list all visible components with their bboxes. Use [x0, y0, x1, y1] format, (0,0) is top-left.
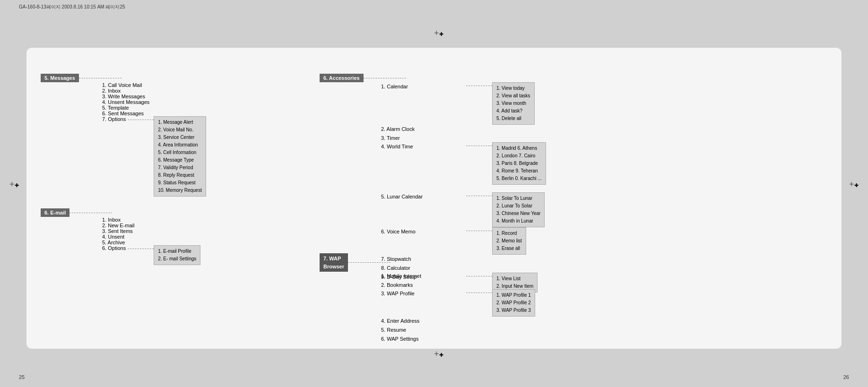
email-options-sub-section: 1. E-mail Profile 2. E- mail Settings — [128, 245, 200, 265]
wap-label: 7. WAPBrowser — [320, 253, 348, 272]
lunar-submenu: 1. Solar To Lunar 2. Lunar To Solar 3. C… — [492, 192, 545, 227]
list-item: 4. Rome 9. Teheran — [496, 167, 542, 175]
wap-profile-sub-section: 1. WAP Profile 1 2. WAP Profile 2 3. WAP… — [466, 289, 535, 317]
list-item: 3. View month — [496, 100, 530, 107]
list-item: 3. Chinese New Year — [496, 210, 540, 217]
list-item: 1. WAP Profile 1 — [496, 292, 531, 299]
list-item: 1. E-mail Profile — [158, 248, 196, 255]
worldtime-item: 4. World Time — [381, 142, 466, 151]
calendar-row: 1. Calendar 1. View today 2. View all ta… — [381, 82, 546, 125]
list-item: 4. Unsent — [102, 234, 200, 240]
list-item: 3. Erase all — [496, 245, 522, 252]
accessories-header-row: 6. Accessories — [320, 74, 546, 82]
list-item: 2. Inbox — [102, 88, 206, 94]
worldtime-connector — [466, 146, 492, 146]
messages-header-row: 5. Messages — [41, 74, 206, 82]
list-item: 7. Validity Period — [158, 164, 202, 172]
list-item: 2. Bookmarks — [381, 281, 535, 290]
calendar-item: 1. Calendar — [381, 82, 466, 91]
header-text: GA-160-8-13페이지 2003.8.16 10:15 AM 페이지25 — [19, 4, 125, 9]
list-item: 2. E- mail Settings — [158, 255, 196, 263]
list-item: 6. Sent Messages — [102, 111, 206, 116]
list-item: 4. Enter Address — [381, 317, 535, 326]
list-item: 4. Month in Lunar — [496, 217, 540, 225]
crosshair-right: ✚ — [849, 180, 859, 189]
voicememo-item: 6. Voice Memo — [381, 227, 466, 236]
page-number-left: 25 — [19, 374, 25, 380]
worldtime-submenu: 1. Madrid 6. Athens 2. London 7. Cairo 3… — [492, 142, 546, 185]
list-item: 2. WAP Profile 2 — [496, 299, 531, 307]
wap-profile-row: 3. WAP Profile 1. WAP Profile 1 2. WAP P… — [381, 289, 535, 317]
lunar-item: 5. Lunar Calendar — [381, 192, 466, 201]
list-item: 2. Lunar To Solar — [496, 202, 540, 210]
list-item: 1. View today — [496, 85, 530, 92]
wap-body: 1. Mobile Internet 2. Bookmarks 3. WAP P… — [320, 272, 535, 343]
options-row: 7. Options 1. Message Alert 2. Voice Mai… — [102, 116, 206, 197]
accessories-connector — [364, 78, 406, 78]
wap-header-row: 7. WAPBrowser — [320, 253, 535, 272]
wap-profile-connector — [466, 292, 492, 293]
voicememo-sub-section: 1. Record 2. Memo list 3. Erase all — [466, 227, 526, 255]
list-item: 5. Berlin 0. Karachi ... — [496, 175, 542, 182]
list-item: 5. Cell Information — [158, 149, 202, 156]
calendar-connector — [466, 86, 492, 86]
voicememo-submenu: 1. Record 2. Memo list 3. Erase all — [492, 227, 526, 255]
list-item: 3. Paris 8. Belgrade — [496, 160, 542, 167]
crosshair-bottom: ✚ — [434, 349, 443, 359]
wap-items: 1. Mobile Internet 2. Bookmarks 3. WAP P… — [381, 272, 535, 343]
email-options-item: 6. Options — [102, 245, 126, 251]
email-header-row: 6. E-mail — [41, 208, 200, 217]
messages-label: 5. Messages — [41, 74, 79, 82]
list-item: 2. New E-mail — [102, 223, 200, 228]
lunar-connector — [466, 196, 492, 196]
list-item: 2. London 7. Cairo — [496, 152, 542, 160]
options-connector — [128, 120, 154, 120]
list-item: 9. Status Request — [158, 179, 202, 187]
email-options-row: 6. Options 1. E-mail Profile 2. E- mail … — [102, 245, 200, 265]
email-options-connector — [128, 249, 154, 249]
messages-section: 5. Messages 1. Call Voice Mail 2. Inbox … — [41, 74, 206, 197]
wap-section: 7. WAPBrowser 1. Mobile Internet 2. Book… — [320, 253, 535, 343]
list-item: 5. Template — [102, 105, 206, 111]
wap-profile-submenu: 1. WAP Profile 1 2. WAP Profile 2 3. WAP… — [492, 289, 535, 317]
list-item: 5. Resume — [381, 326, 535, 335]
list-item: 5. Archive — [102, 240, 200, 245]
email-connector — [69, 213, 112, 213]
wap-profile-item: 3. WAP Profile — [381, 289, 466, 298]
messages-body: 1. Call Voice Mail 2. Inbox 3. Write Mes… — [41, 82, 206, 197]
list-item: 1. Solar To Lunar — [496, 195, 540, 202]
list-item: 6. WAP Settings — [381, 335, 535, 344]
list-item: 2. View all tasks — [496, 92, 530, 100]
list-item: 1. Message Alert — [158, 119, 202, 126]
main-content-area: 5. Messages 1. Call Voice Mail 2. Inbox … — [26, 47, 842, 349]
wap-connector — [348, 262, 391, 263]
email-options-submenu: 1. E-mail Profile 2. E- mail Settings — [154, 245, 200, 265]
list-item: 1. Record — [496, 230, 522, 237]
options-submenu: 1. Message Alert 2. Voice Mail No. 3. Se… — [154, 116, 206, 197]
calendar-sub-section: 1. View today 2. View all tasks 3. View … — [466, 82, 535, 125]
crosshair-left: ✚ — [9, 180, 19, 189]
list-item: 8. Reply Request — [158, 172, 202, 179]
list-item: 1. Call Voice Mail — [102, 82, 206, 88]
list-item: 5. Delete all — [496, 115, 530, 122]
list-item: 3. Sent Items — [102, 228, 200, 234]
options-item: 7. Options — [102, 116, 126, 122]
calendar-submenu: 1. View today 2. View all tasks 3. View … — [492, 82, 535, 125]
lunar-row: 5. Lunar Calendar 1. Solar To Lunar 2. L… — [381, 192, 546, 227]
messages-connector — [79, 78, 122, 78]
list-item: 2. Memo list — [496, 237, 522, 245]
voicememo-row: 6. Voice Memo 1. Record 2. Memo list 3. … — [381, 227, 546, 255]
list-item: 2. Alarm Clock — [381, 125, 546, 134]
list-item: 1. Inbox — [102, 217, 200, 223]
options-sub-section: 1. Message Alert 2. Voice Mail No. 3. Se… — [128, 116, 206, 197]
messages-items: 1. Call Voice Mail 2. Inbox 3. Write Mes… — [102, 82, 206, 197]
list-item: 3. Service Center — [158, 134, 202, 141]
page-number-right: 26 — [843, 374, 849, 380]
list-item: 6. Message Type — [158, 156, 202, 164]
email-section: 6. E-mail 1. Inbox 2. New E-mail 3. Sent… — [41, 208, 200, 265]
list-item: 3. WAP Profile 3 — [496, 307, 531, 314]
email-body: 1. Inbox 2. New E-mail 3. Sent Items 4. … — [41, 217, 200, 265]
voicememo-connector — [466, 231, 492, 231]
list-item: 4. Unsent Messages — [102, 99, 206, 105]
page-header: GA-160-8-13페이지 2003.8.16 10:15 AM 페이지25 — [19, 4, 125, 10]
